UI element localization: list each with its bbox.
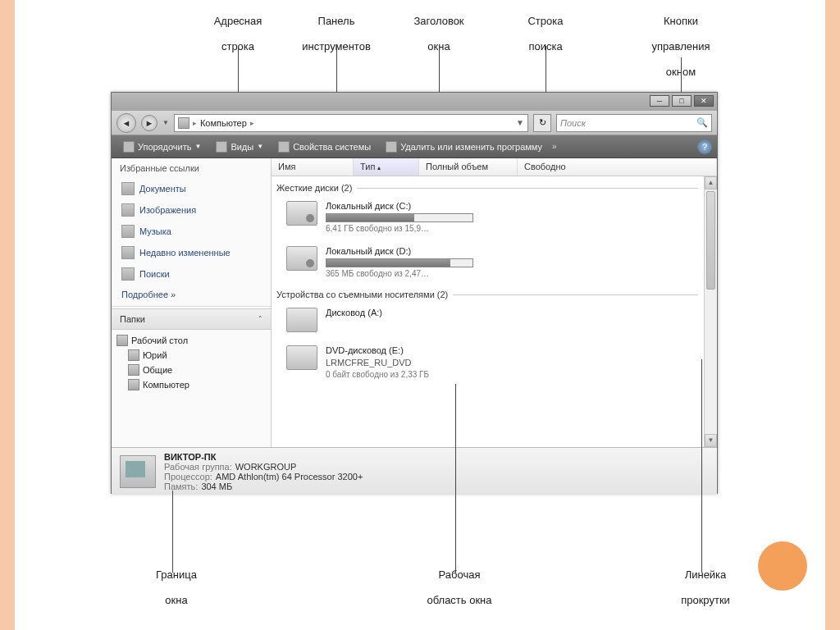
group-header-hdd[interactable]: Жесткие диски (2)˄ [275, 180, 709, 196]
dvd-drive-icon [286, 345, 317, 370]
search-input[interactable]: Поиск 🔍 [556, 114, 712, 132]
refresh-button[interactable]: ↻ [533, 114, 551, 132]
sysprops-icon [278, 141, 290, 153]
address-dropdown-icon[interactable]: ▼ [516, 118, 524, 127]
usage-fill [326, 214, 414, 221]
sidebar-item-pictures[interactable]: Изображения [112, 199, 271, 221]
usage-fill [326, 259, 450, 267]
system-properties-button[interactable]: Свойства системы [272, 139, 377, 155]
uninstall-program-button[interactable]: Удалить или изменить программу [379, 139, 549, 155]
tree-item-desktop[interactable]: Рабочий стол [116, 333, 266, 348]
sidebar-item-documents[interactable]: Документы [112, 178, 271, 199]
label-scrollbar: Линейкапрокрутки [664, 568, 746, 607]
back-button[interactable]: ◄ [116, 113, 136, 133]
maximize-button[interactable]: □ [672, 95, 692, 107]
workgroup-label: Рабочая группа: [164, 462, 232, 472]
breadcrumb-sep-icon: ▸ [193, 119, 197, 127]
leader-line [172, 491, 173, 573]
drive-item-a[interactable]: Дисковод (A:) [275, 303, 709, 340]
forward-button[interactable]: ► [141, 115, 158, 131]
search-placeholder: Поиск [560, 118, 586, 128]
drive-freespace: 0 байт свободно из 2,33 ГБ [326, 370, 705, 379]
history-dropdown-icon[interactable]: ▼ [162, 119, 169, 126]
frame-stripe [819, 0, 825, 630]
column-headers: Имя Тип ▴ Полный объем Свободно [272, 158, 717, 176]
file-list: Жесткие диски (2)˄ Локальный диск (C:) 6… [272, 176, 717, 447]
views-icon [216, 141, 227, 153]
computer-large-icon [120, 455, 156, 488]
drive-item-d[interactable]: Локальный диск (D:) 365 МБ свободно из 2… [275, 241, 709, 286]
tree-item-computer[interactable]: Компьютер [116, 377, 266, 392]
sidebar-item-searches[interactable]: Поиски [112, 263, 271, 285]
user-folder-icon [128, 349, 139, 361]
content-pane: Имя Тип ▴ Полный объем Свободно Жесткие … [272, 158, 717, 447]
cpu-label: Процессор: [164, 472, 212, 482]
drive-item-e[interactable]: DVD-дисковод (E:) LRMCFRE_RU_DVD 0 байт … [275, 340, 709, 387]
column-name[interactable]: Имя [272, 158, 354, 176]
computer-icon [178, 117, 189, 129]
sidebar-more-link[interactable]: Подробнее » [112, 285, 271, 304]
tree-item-user[interactable]: Юрий [116, 348, 266, 363]
memory-label: Память: [164, 482, 198, 491]
usage-bar [326, 213, 473, 222]
leader-line [455, 384, 456, 573]
drive-label: LRMCFRE_RU_DVD [326, 358, 705, 368]
minimize-button[interactable]: ─ [650, 95, 669, 107]
top-annotations: Адреснаястрока Панельинструментов Заголо… [0, 15, 840, 89]
floppy-drive-icon [286, 308, 317, 332]
uninstall-icon [386, 141, 397, 153]
drive-freespace: 6,41 ГБ свободно из 15,9… [326, 224, 705, 233]
search-icon: 🔍 [696, 117, 708, 128]
toolbar-overflow-button[interactable]: » [552, 142, 557, 151]
public-folder-icon [128, 364, 139, 376]
folders-pane-header[interactable]: Папки˄ [112, 308, 271, 330]
address-bar[interactable]: ▸ Компьютер ▸ ▼ [174, 114, 528, 132]
column-type[interactable]: Тип ▴ [354, 158, 419, 176]
window-controls: ─ □ ✕ [650, 95, 714, 107]
navigation-pane: Избранные ссылки Документы Изображения М… [112, 158, 272, 447]
views-button[interactable]: Виды▼ [209, 139, 270, 155]
column-total[interactable]: Полный объем [419, 158, 518, 176]
vertical-scrollbar[interactable]: ▲ ▼ [704, 176, 717, 447]
sidebar-item-recent[interactable]: Недавно измененные [112, 242, 271, 263]
bottom-annotations: Границаокна Рабочаяобласть окна Линейкап… [0, 546, 840, 620]
favorites-header: Избранные ссылки [112, 158, 271, 178]
breadcrumb-item[interactable]: Компьютер [200, 118, 247, 128]
decorative-circle [758, 541, 807, 591]
divider [453, 294, 698, 295]
explorer-window: ─ □ ✕ ◄ ► ▼ ▸ Компьютер ▸ ▼ ↻ Поиск 🔍 Уп… [111, 92, 718, 494]
close-button[interactable]: ✕ [694, 95, 714, 107]
command-toolbar: Упорядочить▼ Виды▼ Свойства системы Удал… [112, 135, 717, 158]
tree-item-public[interactable]: Общие [116, 363, 266, 377]
drive-name: Дисковод (A:) [326, 308, 705, 317]
pictures-icon [121, 203, 135, 217]
drive-name: DVD-дисковод (E:) [326, 345, 705, 355]
folder-tree: Рабочий стол Юрий Общие Компьютер [112, 330, 271, 395]
scroll-down-button[interactable]: ▼ [705, 434, 717, 447]
drive-freespace: 365 МБ свободно из 2,47… [326, 269, 705, 278]
computer-name: ВИКТОР-ПК [164, 452, 216, 462]
memory-value: 304 МБ [201, 482, 232, 491]
scroll-thumb[interactable] [706, 191, 715, 290]
help-button[interactable]: ? [697, 139, 712, 154]
titlebar[interactable]: ─ □ ✕ [112, 93, 717, 111]
drive-name: Локальный диск (D:) [326, 246, 705, 256]
drive-name: Локальный диск (C:) [326, 201, 705, 211]
documents-icon [121, 182, 135, 195]
divider [112, 306, 271, 307]
chevron-up-icon: ˄ [258, 315, 262, 323]
column-free[interactable]: Свободно [518, 158, 717, 176]
organize-icon [123, 141, 135, 153]
desktop-icon [116, 335, 128, 346]
drive-item-c[interactable]: Локальный диск (C:) 6,41 ГБ свободно из … [275, 196, 709, 241]
sidebar-item-music[interactable]: Музыка [112, 221, 271, 242]
scroll-up-button[interactable]: ▲ [705, 176, 717, 189]
group-header-removable[interactable]: Устройства со съемными носителями (2)˄ [275, 286, 709, 303]
sort-asc-icon: ▴ [377, 164, 381, 171]
organize-button[interactable]: Упорядочить▼ [116, 139, 208, 155]
frame-stripe [15, 0, 21, 630]
workgroup-value: WORKGROUP [235, 462, 297, 472]
hard-drive-icon [286, 201, 317, 226]
hard-drive-icon [286, 246, 317, 271]
leader-line [701, 359, 702, 573]
